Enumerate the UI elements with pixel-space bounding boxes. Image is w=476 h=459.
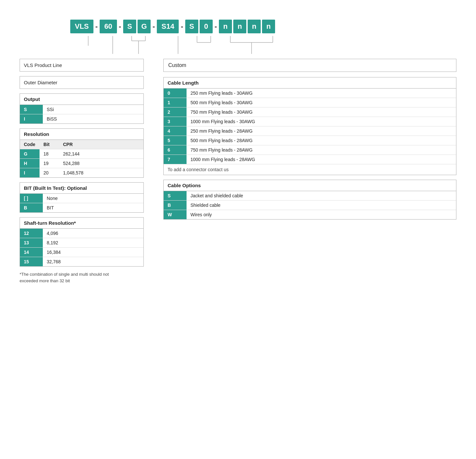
vls-product-line-box: VLS Product Line — [20, 59, 144, 72]
cable-options-value: Jacket and shielded cable — [187, 191, 456, 201]
dash-5: - — [214, 22, 218, 31]
cable-length-note: To add a connector contact us — [164, 164, 456, 175]
segment-s14: S14 — [157, 20, 179, 33]
bit-box: BIT (Built In Test): Optional [ ]NoneBBI… — [20, 182, 144, 213]
shaft-turn-box: Shaft-turn Resolution* 124,096138,192141… — [20, 217, 144, 267]
output-row: IBiSS — [20, 114, 143, 124]
output-row: SSSi — [20, 105, 143, 114]
cable-length-code: 1 — [164, 98, 187, 107]
resolution-header: Resolution — [20, 129, 143, 140]
cable-length-value: 750 mm Flying leads - 28AWG — [187, 145, 456, 155]
diagram-container: VLS - 60 - S G - S14 - S 0 - n n n n — [20, 13, 456, 290]
cable-length-code: 4 — [164, 126, 187, 136]
cable-length-code: 0 — [164, 89, 187, 98]
custom-label: Custom — [168, 62, 186, 68]
output-header: Output — [20, 94, 143, 105]
outer-diameter-label: Outer Diameter — [24, 80, 57, 85]
dash-3: - — [152, 22, 156, 31]
resolution-row: H19524,288 — [20, 159, 143, 168]
output-value: BiSS — [43, 114, 143, 124]
main-layout: VLS Product Line Outer Diameter Output S… — [20, 59, 456, 284]
cable-options-row: SJacket and shielded cable — [164, 191, 456, 201]
segment-n2: n — [233, 20, 246, 33]
connector-lines — [70, 36, 476, 56]
output-box: Output SSSiIBiSS — [20, 93, 144, 124]
cable-options-code: S — [164, 191, 187, 201]
segment-0: 0 — [200, 20, 213, 33]
code-bar: VLS - 60 - S G - S14 - S 0 - n n n n — [20, 20, 456, 33]
bit-value: None — [43, 194, 143, 203]
resolution-code: I — [20, 168, 40, 178]
shaft-code: 14 — [20, 248, 43, 257]
vls-product-line-label: VLS Product Line — [24, 62, 62, 68]
resolution-cpr: 524,288 — [59, 159, 143, 168]
cable-length-code: 3 — [164, 117, 187, 126]
cable-length-value: 500 mm Flying leads - 30AWG — [187, 98, 456, 107]
cable-length-row: 1500 mm Flying leads - 30AWG — [164, 98, 456, 107]
cable-length-table: 0250 mm Flying leads - 30AWG1500 mm Flyi… — [164, 89, 456, 164]
resolution-code: H — [20, 159, 40, 168]
segment-s2: S — [185, 20, 198, 33]
bit-row: [ ]None — [20, 194, 143, 203]
output-table: SSSiIBiSS — [20, 105, 143, 123]
cable-options-row: WWires only — [164, 210, 456, 220]
cable-length-row: 0250 mm Flying leads - 30AWG — [164, 89, 456, 98]
shaft-code: 13 — [20, 238, 43, 248]
cable-options-header: Cable Options — [164, 180, 456, 191]
shaft-row: 124,096 — [20, 229, 143, 238]
cable-length-header: Cable Length — [164, 77, 456, 89]
cable-length-code: 5 — [164, 136, 187, 145]
cable-length-code: 7 — [164, 155, 187, 164]
cable-options-value: Wires only — [187, 210, 456, 220]
resolution-col-header-cell: Code — [20, 140, 40, 149]
shaft-turn-table: 124,096138,1921416,3841532,768 — [20, 229, 143, 266]
resolution-code: G — [20, 149, 40, 159]
resolution-bit: 20 — [40, 168, 59, 178]
cable-length-value: 250 mm Flying leads - 30AWG — [187, 89, 456, 98]
resolution-col-header-cell: Bit — [40, 140, 59, 149]
segment-n1: n — [219, 20, 232, 33]
bit-row: BBIT — [20, 203, 143, 213]
segment-n4: n — [262, 20, 275, 33]
cable-length-box: Cable Length 0250 mm Flying leads - 30AW… — [163, 77, 456, 175]
cable-length-code: 6 — [164, 145, 187, 155]
shaft-code: 12 — [20, 229, 43, 238]
shaft-turn-header: Shaft-turn Resolution* — [20, 218, 143, 229]
output-code: I — [20, 114, 43, 124]
bit-code: B — [20, 203, 43, 213]
cable-options-row: BShielded cable — [164, 201, 456, 210]
cable-length-row: 2750 mm Flying leads - 30AWG — [164, 107, 456, 117]
segment-s: S — [123, 20, 136, 33]
cable-length-row: 5500 mm Flying leads - 28AWG — [164, 136, 456, 145]
shaft-row: 138,192 — [20, 238, 143, 248]
resolution-bit: 19 — [40, 159, 59, 168]
resolution-box: Resolution CodeBitCPRG18262,144H19524,28… — [20, 128, 144, 178]
resolution-row: G18262,144 — [20, 149, 143, 159]
cable-length-value: 1000 mm Flying leads - 28AWG — [187, 155, 456, 164]
resolution-col-header-cell: CPR — [59, 140, 143, 149]
shaft-value: 16,384 — [43, 248, 143, 257]
shaft-row: 1416,384 — [20, 248, 143, 257]
segment-g: G — [138, 20, 151, 33]
segment-60: 60 — [100, 20, 117, 33]
cable-length-row: 4250 mm Flying leads - 28AWG — [164, 126, 456, 136]
cable-options-value: Shielded cable — [187, 201, 456, 210]
resolution-row: I201,048,578 — [20, 168, 143, 178]
cable-length-value: 500 mm Flying leads - 28AWG — [187, 136, 456, 145]
resolution-cpr: 1,048,578 — [59, 168, 143, 178]
segment-n3: n — [248, 20, 261, 33]
shaft-code: 15 — [20, 257, 43, 267]
bit-header: BIT (Built In Test): Optional — [20, 183, 143, 194]
shaft-value: 4,096 — [43, 229, 143, 238]
output-value: SSi — [43, 105, 143, 114]
cable-length-row: 6750 mm Flying leads - 28AWG — [164, 145, 456, 155]
cable-options-code: B — [164, 201, 187, 210]
resolution-bit: 18 — [40, 149, 59, 159]
cable-options-code: W — [164, 210, 187, 220]
dash-4: - — [180, 22, 184, 31]
dash-1: - — [95, 22, 98, 31]
output-code: S — [20, 105, 43, 114]
cable-length-row: 71000 mm Flying leads - 28AWG — [164, 155, 456, 164]
outer-diameter-box: Outer Diameter — [20, 76, 144, 89]
cable-options-table: SJacket and shielded cableBShielded cabl… — [164, 191, 456, 219]
